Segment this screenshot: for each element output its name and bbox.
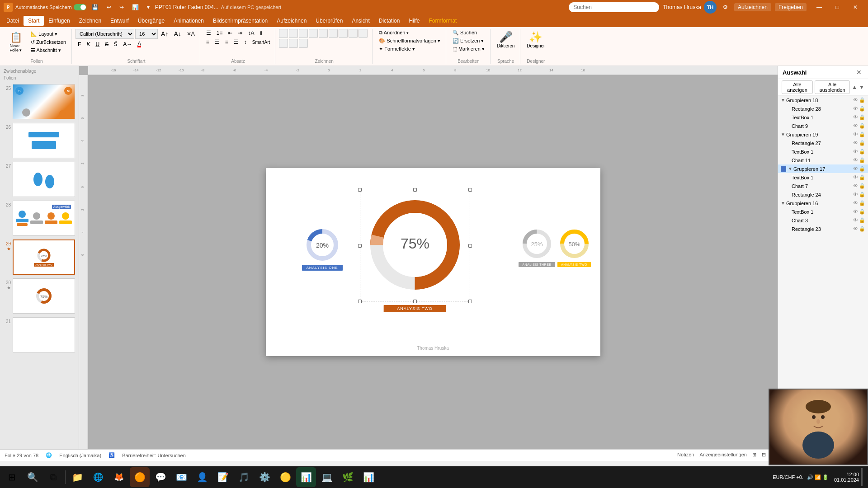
align-right-btn[interactable]: ≡ (223, 38, 231, 46)
tree-gruppieren16[interactable]: ▼ Gruppieren 16 👁 🔒 (778, 199, 868, 207)
indent-more-btn[interactable]: ⇥ (236, 29, 245, 37)
visibility-icon-tb1c[interactable]: 👁 (853, 174, 858, 180)
taskbar-settings[interactable]: ⚙️ (255, 467, 274, 487)
menu-uebergaenge[interactable]: Übergänge (133, 16, 169, 26)
taskbar-music[interactable]: 🎵 (234, 467, 254, 487)
visibility-icon-c3[interactable]: 👁 (853, 217, 858, 223)
handle-tl[interactable] (358, 188, 362, 192)
lock-icon-c11[interactable]: 🔒 (859, 157, 865, 163)
lock-icon-c7[interactable]: 🔒 (859, 183, 865, 189)
tree-textbox1d[interactable]: TextBox 1 👁 🔒 (783, 207, 868, 216)
hide-all-btn[interactable]: Alle ausblenden (815, 80, 850, 94)
chart-main-group[interactable]: 75% ANALYSIS TWO (365, 195, 465, 296)
shape-9[interactable] (359, 29, 368, 38)
slide-thumb-29[interactable]: 75% ANALYSIS TWO (13, 239, 75, 275)
undo-btn[interactable]: ↩ (104, 3, 114, 11)
align-center-btn[interactable]: ☰ (212, 38, 222, 46)
search-input[interactable] (569, 2, 659, 12)
menu-aufzeichnen[interactable]: Aufzeichnen (272, 16, 311, 26)
diktieren-btn[interactable]: 🎤 Diktieren (494, 29, 517, 50)
menu-start[interactable]: Start (24, 16, 44, 26)
slide-item-27[interactable]: 27 (2, 161, 77, 198)
visibility-icon-c9[interactable]: 👁 (853, 123, 858, 129)
suchen-btn[interactable]: 🔍 Suchen (450, 29, 487, 37)
tree-chart11[interactable]: Chart 11 👁 🔒 (783, 156, 868, 164)
menu-ueberpruefen[interactable]: Überprüfen (311, 16, 347, 26)
tree-rectangle27[interactable]: Rectangle 27 👁 🔒 (783, 139, 868, 147)
tree-gruppieren17[interactable]: ▼ Gruppieren 17 👁 🔒 (778, 164, 868, 173)
tree-gruppieren19[interactable]: ▼ Gruppieren 19 👁 🔒 (778, 130, 868, 139)
slide-thumb-30[interactable]: 75% (13, 278, 75, 314)
visibility-icon-tb1d[interactable]: 👁 (853, 209, 858, 215)
taskbar-excel[interactable]: 📊 (296, 467, 316, 487)
slide-thumb-25[interactable]: S M (13, 84, 75, 119)
shape-11[interactable] (289, 39, 298, 48)
lock-icon-r23[interactable]: 🔒 (859, 226, 865, 232)
visibility-icon-r24[interactable]: 👁 (853, 192, 858, 197)
taskbar-explorer[interactable]: 📁 (67, 467, 87, 487)
maximize-btn[interactable]: □ (828, 0, 846, 14)
taskbar-edge[interactable]: 🌐 (88, 467, 108, 487)
slide-item-25[interactable]: 25 S M (2, 83, 77, 120)
anordnen-btn[interactable]: ⧉ Anordnen ▾ (376, 29, 443, 37)
slide-canvas[interactable]: Thomas Hruska 20% ANALYSIS ONE (266, 168, 600, 356)
menu-zeichnen[interactable]: Zeichnen (75, 16, 106, 26)
taskbar-green[interactable]: 🌿 (338, 467, 358, 487)
accessibility-label[interactable]: Barrierefreiheit: Untersuchen (122, 453, 186, 458)
new-slide-btn[interactable]: 📋 NeueFolie ▾ (5, 30, 27, 54)
shape-7[interactable] (339, 29, 348, 38)
menu-dictation[interactable]: Dictation (374, 16, 405, 26)
lock-icon-16[interactable]: 🔒 (859, 200, 865, 206)
slide-item-28[interactable]: 28 (2, 200, 77, 237)
chart-right2[interactable]: 50% ANALYSIS TWO (557, 227, 591, 267)
smartart-btn[interactable]: SmartArt (250, 38, 272, 46)
numbered-list-btn[interactable]: 1≡ (214, 29, 225, 37)
view-settings-btn[interactable]: Anzeigeeinstellungen (699, 452, 747, 459)
visibility-icon-tb1b[interactable]: 👁 (853, 149, 858, 155)
visibility-icon-19[interactable]: 👁 (853, 131, 858, 137)
search-taskbar-btn[interactable]: 🔍 (23, 467, 42, 487)
visibility-icon-r28[interactable]: 👁 (853, 106, 858, 112)
tree-textbox1b[interactable]: TextBox 1 👁 🔒 (783, 147, 868, 156)
handle-mr[interactable] (468, 244, 472, 248)
autosave-switch[interactable] (74, 4, 86, 10)
menu-hilfe[interactable]: Hilfe (404, 16, 424, 26)
columns-btn[interactable]: ⫿ (258, 29, 265, 37)
font-size-selector[interactable]: 16 (135, 29, 158, 39)
slide-sorter-btn[interactable]: ⊟ (762, 452, 766, 459)
clear-format-btn[interactable]: ✕A (184, 30, 197, 38)
slide-item-31[interactable]: 31 (2, 316, 77, 353)
visibility-icon-17[interactable]: 👁 (853, 166, 858, 172)
share-btn[interactable]: Freigeben (775, 3, 807, 11)
visibility-icon-r23[interactable]: 👁 (853, 226, 858, 232)
tree-chart7[interactable]: Chart 7 👁 🔒 (783, 182, 868, 190)
slide-thumb-31[interactable] (13, 317, 75, 352)
text-direction-btn[interactable]: ↕A (245, 29, 256, 37)
layout-btn[interactable]: 📐 Layout ▾ (28, 30, 69, 38)
checkbox-17[interactable] (781, 166, 786, 172)
tree-rectangle28[interactable]: Rectangle 28 👁 🔒 (783, 104, 868, 113)
tree-rectangle23[interactable]: Rectangle 23 👁 🔒 (783, 225, 868, 233)
formeffekte-btn[interactable]: ✦ Formeffekte ▾ (376, 45, 443, 53)
nav-up-btn[interactable]: ▲ (852, 84, 857, 90)
slide-thumb-28[interactable]: Ausgewählt (13, 201, 75, 236)
lock-icon-c3[interactable]: 🔒 (859, 217, 865, 223)
handle-br[interactable] (468, 300, 472, 303)
tree-chart9[interactable]: Chart 9 👁 🔒 (783, 122, 868, 130)
taskbar-teams[interactable]: 💬 (151, 467, 170, 487)
nav-down-btn[interactable]: ▼ (859, 84, 864, 90)
lock-icon-tb1c[interactable]: 🔒 (859, 174, 865, 180)
bold-btn[interactable]: F (75, 40, 83, 48)
visibility-icon-c11[interactable]: 👁 (853, 157, 858, 163)
notes-btn[interactable]: Notizen (677, 452, 694, 459)
show-desktop-btn[interactable] (861, 468, 863, 486)
redo-btn[interactable]: ↪ (117, 3, 127, 11)
slide-item-29[interactable]: 29★ 75% ANALYSIS TWO (2, 239, 77, 276)
chart-left[interactable]: 20% ANALYSIS ONE (302, 227, 343, 271)
font-shrink-btn[interactable]: A↓ (171, 29, 183, 38)
taskbar-chart2[interactable]: 📊 (359, 467, 378, 487)
line-spacing-btn[interactable]: ↕ (242, 38, 249, 46)
tree-gruppieren18[interactable]: ▼ Gruppieren 18 👁 🔒 (778, 96, 868, 104)
save-btn[interactable]: 💾 (89, 3, 101, 11)
visibility-icon-r27[interactable]: 👁 (853, 140, 858, 146)
